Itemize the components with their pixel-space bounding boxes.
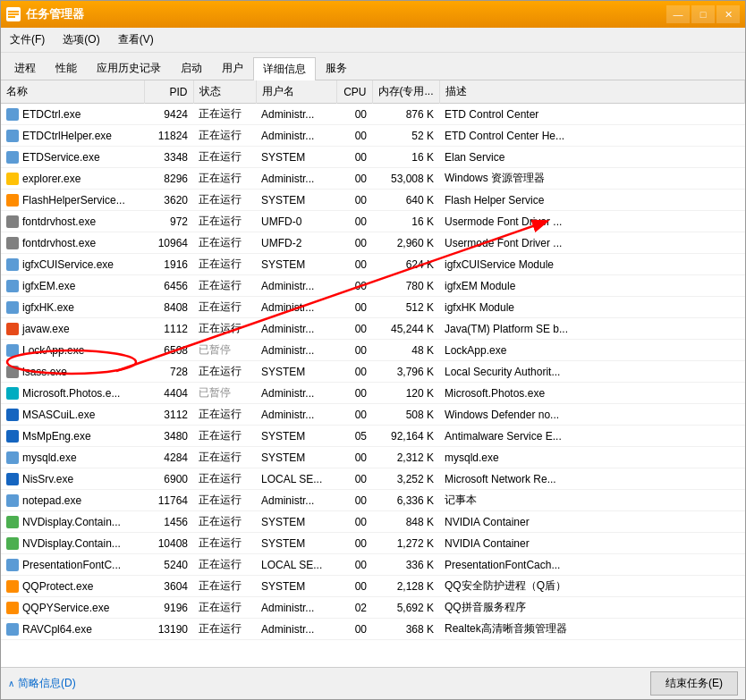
cell-pid: 3604 — [144, 576, 193, 597]
end-task-button[interactable]: 结束任务(E) — [650, 671, 738, 696]
table-row[interactable]: MsMpEng.exe 3480 正在运行 SYSTEM 05 92,164 K… — [1, 426, 745, 447]
cell-status: 正在运行 — [193, 511, 256, 533]
table-row[interactable]: QQProtect.exe 3604 正在运行 SYSTEM 00 2,128 … — [1, 576, 745, 597]
summary-toggle[interactable]: ∧ 简略信息(D) — [8, 676, 76, 691]
cell-cpu: 00 — [336, 468, 372, 490]
cell-memory: 1,272 K — [372, 533, 439, 554]
cell-desc: mysqld.exe — [439, 447, 745, 468]
cell-desc: Realtek高清晰音频管理器 — [439, 619, 745, 640]
process-icon — [6, 409, 19, 421]
table-row[interactable]: ETDService.exe 3348 正在运行 SYSTEM 00 16 K … — [1, 147, 745, 168]
cell-desc: Microsoft.Photos.exe — [439, 383, 745, 404]
cell-name: ETDCtrl.exe — [1, 104, 144, 125]
cell-user: SYSTEM — [256, 426, 336, 447]
table-row[interactable]: NVDisplay.Contain... 1456 正在运行 SYSTEM 00… — [1, 511, 745, 533]
tab-processes[interactable]: 进程 — [4, 56, 46, 80]
cell-status: 正在运行 — [193, 361, 256, 383]
cell-memory: 16 K — [372, 147, 439, 168]
table-row[interactable]: notepad.exe 11764 正在运行 Administr... 00 6… — [1, 490, 745, 511]
menu-options[interactable]: 选项(O) — [59, 30, 103, 49]
cell-name: NisSrv.exe — [1, 468, 144, 490]
table-row[interactable]: igfxCUIService.exe 1916 正在运行 SYSTEM 00 6… — [1, 254, 745, 275]
cell-cpu: 00 — [336, 318, 372, 340]
cell-memory: 2,128 K — [372, 576, 439, 597]
col-header-user[interactable]: 用户名 — [256, 80, 336, 104]
table-row[interactable]: javaw.exe 1112 正在运行 Administr... 00 45,2… — [1, 318, 745, 340]
cell-user: Administr... — [256, 383, 336, 404]
cell-user: Administr... — [256, 275, 336, 297]
cell-cpu: 00 — [336, 297, 372, 318]
cell-user: SYSTEM — [256, 147, 336, 168]
tab-services[interactable]: 服务 — [316, 56, 357, 80]
table-row[interactable]: igfxHK.exe 8408 正在运行 Administr... 00 512… — [1, 297, 745, 318]
table-row[interactable]: explorer.exe 8296 正在运行 Administr... 00 5… — [1, 168, 745, 190]
cell-status: 正在运行 — [193, 211, 256, 232]
cell-status: 正在运行 — [193, 554, 256, 576]
tab-details[interactable]: 详细信息 — [253, 57, 316, 80]
process-table-container[interactable]: 名称 PID 状态 用户名 CPU 内存(专用... 描述 ETDCtrl.ex… — [1, 80, 745, 667]
table-row[interactable]: fontdrvhost.exe 10964 正在运行 UMFD-2 00 2,9… — [1, 232, 745, 254]
cell-memory: 2,312 K — [372, 447, 439, 468]
table-row[interactable]: RAVCpl64.exe 13190 正在运行 Administr... 00 … — [1, 619, 745, 640]
table-row[interactable]: QQPYService.exe 9196 正在运行 Administr... 0… — [1, 597, 745, 619]
menu-view[interactable]: 查看(V) — [114, 30, 157, 49]
cell-pid: 13190 — [144, 619, 193, 640]
tab-app-history[interactable]: 应用历史记录 — [87, 56, 171, 80]
tab-performance[interactable]: 性能 — [46, 56, 87, 80]
minimize-button[interactable]: — — [666, 5, 690, 23]
table-row[interactable]: lsass.exe 728 正在运行 SYSTEM 00 3,796 K Loc… — [1, 361, 745, 383]
table-row[interactable]: NVDisplay.Contain... 10408 正在运行 SYSTEM 0… — [1, 533, 745, 554]
process-icon — [6, 494, 19, 507]
cell-name: explorer.exe — [1, 168, 144, 190]
table-row[interactable]: igfxEM.exe 6456 正在运行 Administr... 00 780… — [1, 275, 745, 297]
cell-name: ETDCtrlHelper.exe — [1, 125, 144, 147]
svg-rect-1 — [8, 11, 19, 13]
table-row[interactable]: Microsoft.Photos.e... 4404 已暂停 Administr… — [1, 383, 745, 404]
table-row[interactable]: mysqld.exe 4284 正在运行 SYSTEM 00 2,312 K m… — [1, 447, 745, 468]
cell-name: notepad.exe — [1, 490, 144, 511]
summary-label[interactable]: 简略信息(D) — [18, 676, 76, 691]
table-row[interactable]: MSASCuiL.exe 3112 正在运行 Administr... 00 5… — [1, 404, 745, 426]
table-row[interactable]: fontdrvhost.exe 972 正在运行 UMFD-0 00 16 K … — [1, 211, 745, 232]
cell-cpu: 00 — [336, 340, 372, 361]
close-button[interactable]: ✕ — [716, 5, 740, 23]
task-manager-window: 任务管理器 — □ ✕ 文件(F) 选项(O) 查看(V) 进程 性能 应用历史… — [0, 0, 746, 700]
cell-desc: QQ拼音服务程序 — [439, 597, 745, 619]
col-header-memory[interactable]: 内存(专用... — [372, 80, 439, 104]
cell-cpu: 02 — [336, 597, 372, 619]
cell-status: 已暂停 — [193, 383, 256, 404]
table-row[interactable]: PresentationFontC... 5240 正在运行 LOCAL SE.… — [1, 554, 745, 576]
tab-startup[interactable]: 启动 — [171, 56, 212, 80]
cell-user: SYSTEM — [256, 361, 336, 383]
maximize-button[interactable]: □ — [691, 5, 715, 23]
cell-cpu: 00 — [336, 147, 372, 168]
cell-user: LOCAL SE... — [256, 468, 336, 490]
cell-user: Administr... — [256, 340, 336, 361]
col-header-status[interactable]: 状态 — [193, 80, 256, 104]
svg-rect-3 — [8, 16, 15, 18]
menu-file[interactable]: 文件(F) — [6, 30, 48, 49]
col-header-cpu[interactable]: CPU — [336, 80, 372, 104]
tab-users[interactable]: 用户 — [212, 56, 253, 80]
table-row[interactable]: LockApp.exe 6508 已暂停 Administr... 00 48 … — [1, 340, 745, 361]
col-header-name[interactable]: 名称 — [1, 80, 144, 104]
process-table: 名称 PID 状态 用户名 CPU 内存(专用... 描述 ETDCtrl.ex… — [1, 80, 745, 640]
cell-cpu: 00 — [336, 619, 372, 640]
table-row[interactable]: ETDCtrlHelper.exe 11824 正在运行 Administr..… — [1, 125, 745, 147]
cell-desc: Usermode Font Driver ... — [439, 232, 745, 254]
process-icon — [6, 516, 19, 528]
cell-status: 正在运行 — [193, 597, 256, 619]
cell-status: 正在运行 — [193, 147, 256, 168]
table-row[interactable]: FlashHelperService... 3620 正在运行 SYSTEM 0… — [1, 190, 745, 211]
cell-user: Administr... — [256, 104, 336, 125]
cell-name: MSASCuiL.exe — [1, 404, 144, 426]
cell-cpu: 00 — [336, 361, 372, 383]
col-header-pid[interactable]: PID — [144, 80, 193, 104]
process-icon — [6, 301, 19, 314]
cell-pid: 6456 — [144, 275, 193, 297]
process-icon — [6, 173, 19, 185]
table-row[interactable]: ETDCtrl.exe 9424 正在运行 Administr... 00 87… — [1, 104, 745, 125]
col-header-desc[interactable]: 描述 — [439, 80, 745, 104]
cell-name: PresentationFontC... — [1, 554, 144, 576]
table-row[interactable]: NisSrv.exe 6900 正在运行 LOCAL SE... 00 3,25… — [1, 468, 745, 490]
